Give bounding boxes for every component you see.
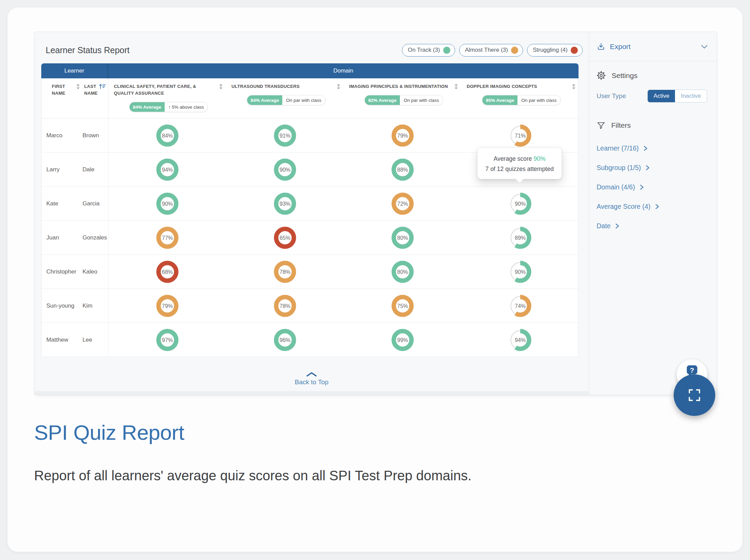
- filter-item-label: Date: [597, 222, 611, 230]
- sort-ascending-icon[interactable]: [99, 83, 106, 89]
- score-cell[interactable]: 77%: [108, 221, 226, 254]
- first-name-cell: Juan: [42, 221, 82, 254]
- last-name-cell: Lee: [82, 323, 108, 357]
- filter-item[interactable]: Subgroup (1/5): [589, 158, 717, 177]
- sort-updown-icon[interactable]: [219, 83, 223, 90]
- filter-item[interactable]: Date: [589, 216, 717, 236]
- legend-pill[interactable]: On Track (3): [402, 44, 455, 57]
- sort-updown-icon[interactable]: [76, 83, 80, 90]
- score-donut[interactable]: 97%: [156, 328, 179, 352]
- score-cell[interactable]: 94%: [108, 153, 226, 186]
- horizontal-scrollbar[interactable]: [34, 391, 589, 395]
- score-donut[interactable]: 88%: [391, 158, 414, 181]
- sort-updown-icon[interactable]: [336, 83, 341, 90]
- status-dot-icon: [571, 47, 578, 54]
- svg-text:90%: 90%: [514, 201, 525, 206]
- column-header-label: ULTRASOUND TRANSDUCERS: [231, 83, 300, 90]
- score-donut[interactable]: 96%: [273, 328, 297, 352]
- score-donut[interactable]: 80%: [391, 226, 414, 249]
- filter-item[interactable]: Domain (4/6): [589, 177, 717, 197]
- score-donut[interactable]: 79%: [391, 124, 414, 147]
- score-donut[interactable]: 75%: [391, 294, 414, 317]
- score-cell[interactable]: 75%: [344, 289, 461, 323]
- score-cell[interactable]: 90%: [226, 153, 344, 186]
- fullscreen-button[interactable]: [674, 374, 715, 416]
- column-header-domain[interactable]: CLINICAL SAFETY, PATIENT CARE, & QUALITY…: [108, 78, 226, 118]
- score-donut[interactable]: 80%: [391, 260, 414, 283]
- filter-item[interactable]: Average Score (4): [589, 197, 717, 216]
- score-cell[interactable]: 84%: [108, 119, 226, 152]
- score-cell[interactable]: 80%: [344, 221, 461, 254]
- column-header-domain[interactable]: IMAGING PRINCIPLES & INSTRUMENTATION82% …: [344, 78, 461, 118]
- user-type-toggle: Active Inactive: [647, 90, 707, 103]
- user-type-row: User Type Active Inactive: [589, 90, 717, 103]
- score-cell[interactable]: 74%: [461, 289, 579, 323]
- chevron-right-icon: [640, 184, 644, 190]
- score-donut[interactable]: 78%: [273, 294, 297, 317]
- score-cell[interactable]: 72%: [344, 187, 461, 220]
- score-cell[interactable]: 79%: [108, 289, 226, 323]
- score-cell[interactable]: 65%: [226, 221, 344, 254]
- score-cell[interactable]: 78%: [226, 289, 344, 323]
- score-cell[interactable]: 78%: [226, 255, 344, 289]
- filter-item[interactable]: Learner (7/16): [589, 139, 717, 158]
- legend-pill[interactable]: Struggling (4): [527, 44, 583, 57]
- score-donut[interactable]: 90%: [509, 192, 532, 215]
- report-sidebar: Export Settings: [589, 32, 717, 395]
- sort-updown-icon[interactable]: [571, 83, 576, 90]
- score-donut[interactable]: 99%: [391, 328, 414, 352]
- score-donut[interactable]: 78%: [273, 260, 297, 283]
- score-donut[interactable]: 79%: [156, 294, 179, 317]
- score-cell[interactable]: 89%: [461, 221, 579, 254]
- score-cell[interactable]: 94%: [461, 323, 579, 357]
- score-donut[interactable]: 71%: [509, 124, 532, 147]
- chevron-up-icon: [306, 372, 317, 377]
- score-donut[interactable]: 94%: [156, 158, 179, 181]
- average-badge-value: 82% Average: [365, 95, 400, 105]
- comparison-badge-text: ↑5% above class: [165, 102, 208, 112]
- legend-pill[interactable]: Almost There (3): [459, 44, 523, 57]
- column-header-domain[interactable]: ULTRASOUND TRANSDUCERS84% AverageOn par …: [226, 78, 344, 118]
- score-cell[interactable]: 91%: [226, 119, 344, 152]
- score-donut[interactable]: 94%: [509, 328, 532, 352]
- tooltip-line1: Average score 90%: [480, 154, 559, 164]
- score-cell[interactable]: 68%: [108, 255, 226, 289]
- score-cell[interactable]: 88%: [344, 153, 461, 186]
- score-cell[interactable]: 96%: [226, 323, 344, 357]
- score-donut[interactable]: 90%: [273, 158, 297, 181]
- score-donut[interactable]: 84%: [156, 124, 179, 147]
- score-donut[interactable]: 93%: [273, 192, 297, 215]
- column-header-domain[interactable]: DOPPLER IMAGING CONCEPTS85% AverageOn pa…: [461, 78, 579, 118]
- score-cell[interactable]: 90%: [108, 187, 226, 220]
- class-average-badge: 84% Average↑5% above class: [129, 102, 208, 112]
- score-cell[interactable]: 93%: [226, 187, 344, 220]
- score-donut[interactable]: 91%: [273, 124, 297, 147]
- score-cell[interactable]: 80%: [344, 255, 461, 289]
- score-cell[interactable]: 90%: [461, 187, 579, 220]
- column-header-last-name[interactable]: LAST NAME: [82, 78, 108, 118]
- score-donut[interactable]: 90%: [156, 192, 179, 215]
- score-cell[interactable]: 79%: [344, 119, 461, 152]
- score-cell[interactable]: 99%: [344, 323, 461, 357]
- user-type-option-inactive[interactable]: Inactive: [675, 90, 707, 102]
- score-donut[interactable]: 65%: [273, 226, 297, 249]
- filter-item-label: Subgroup (1/5): [597, 164, 641, 172]
- score-donut[interactable]: 68%: [156, 260, 179, 283]
- score-donut[interactable]: 89%: [509, 226, 532, 249]
- score-donut[interactable]: 74%: [509, 294, 532, 317]
- score-donut[interactable]: 72%: [391, 192, 414, 215]
- score-cell[interactable]: 90%: [461, 255, 579, 289]
- column-header-label: IMAGING PRINCIPLES & INSTRUMENTATION: [349, 83, 448, 90]
- score-donut[interactable]: 90%: [509, 260, 532, 283]
- score-donut[interactable]: 77%: [156, 226, 179, 249]
- user-type-option-active[interactable]: Active: [648, 90, 675, 102]
- column-header-first-name[interactable]: FIRST NAME: [42, 78, 82, 118]
- back-to-top-button[interactable]: Back to Top: [34, 372, 589, 386]
- back-to-top-label: Back to Top: [295, 378, 329, 386]
- filter-list: Learner (7/16)Subgroup (1/5)Domain (4/6)…: [589, 139, 717, 236]
- group-header-domain: Domain: [108, 63, 579, 78]
- chevron-down-icon[interactable]: [701, 44, 708, 49]
- sort-updown-icon[interactable]: [454, 83, 459, 90]
- export-button[interactable]: Export: [589, 32, 717, 61]
- score-cell[interactable]: 97%: [108, 323, 226, 357]
